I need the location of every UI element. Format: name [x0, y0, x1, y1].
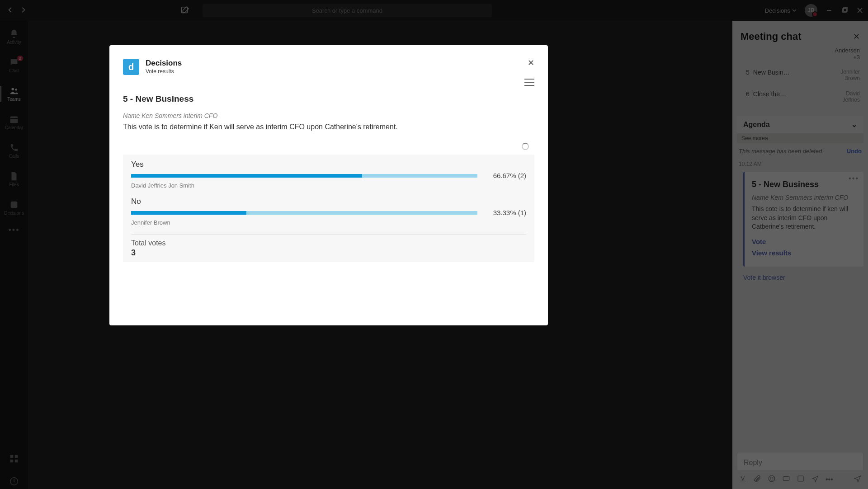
vote-description: This vote is to determine if Ken will se… — [123, 123, 534, 131]
vote-option-yes: Yes 66.67% (2) David Jeffries Jon Smith — [131, 160, 526, 189]
option-label: No — [131, 197, 526, 206]
option-label: Yes — [131, 160, 526, 169]
option-voters: David Jeffries Jon Smith — [131, 182, 526, 189]
bar-fill — [131, 211, 246, 215]
brand-subtitle: Vote results — [146, 68, 182, 75]
vote-option-no: No 33.33% (1) Jennifer Brown — [131, 197, 526, 226]
total-label: Total votes — [131, 239, 526, 247]
loading-spinner-icon — [522, 143, 529, 150]
divider — [131, 234, 526, 235]
bar-fill — [131, 174, 362, 178]
total-value: 3 — [131, 248, 526, 258]
motion-text: Name Ken Sommers interim CFO — [123, 112, 534, 119]
option-percent: 66.67% (2) — [486, 172, 526, 179]
brand-title: Decisions — [146, 59, 182, 67]
modal-close-icon[interactable]: ✕ — [528, 59, 534, 67]
option-voters: Jennifer Brown — [131, 219, 526, 226]
hamburger-icon[interactable] — [524, 79, 534, 86]
bar-track — [131, 211, 477, 215]
vote-results-modal: d Decisions Vote results ✕ 5 - New Busin… — [109, 45, 548, 325]
bar-track — [131, 174, 477, 178]
section-title: 5 - New Business — [123, 94, 534, 104]
option-percent: 33.33% (1) — [486, 209, 526, 216]
brand-icon: d — [123, 59, 139, 75]
results-block: Yes 66.67% (2) David Jeffries Jon Smith … — [123, 155, 534, 262]
